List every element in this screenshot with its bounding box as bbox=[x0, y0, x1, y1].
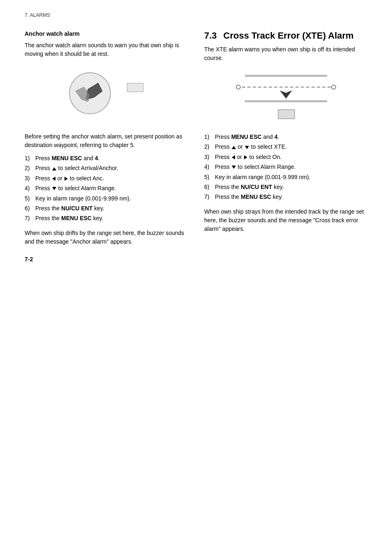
arrow-left-icon bbox=[52, 177, 55, 181]
anchor-watch-title: Anchor watch alarm bbox=[25, 30, 188, 37]
section-heading: 7.3 Cross Track Error (XTE) Alarm bbox=[204, 30, 367, 41]
page: 7. ALARMS Anchor watch alarm The anchor … bbox=[0, 0, 392, 275]
xte-arrow-right-icon bbox=[244, 155, 247, 159]
arrow-right-icon bbox=[65, 177, 68, 181]
xte-diagram-area bbox=[204, 71, 367, 124]
svg-point-8 bbox=[332, 85, 336, 89]
anchor-diagram-area bbox=[25, 67, 188, 124]
two-column-layout: Anchor watch alarm The anchor watch alar… bbox=[25, 30, 367, 250]
xte-diagram-svg bbox=[233, 71, 339, 124]
xte-step-1: 1) Press MENU ESC and 4. bbox=[204, 132, 367, 141]
page-footer: 7-2 bbox=[25, 256, 33, 263]
anchor-step-5: 5) Key in alarm range (0.001-9.999 nm). bbox=[25, 194, 188, 203]
anchor-step-2: 2) Press to select Arrival/Anchor. bbox=[25, 164, 188, 173]
svg-rect-5 bbox=[245, 100, 327, 102]
page-header: 7. ALARMS bbox=[25, 12, 367, 18]
svg-point-7 bbox=[236, 85, 240, 89]
left-column: Anchor watch alarm The anchor watch alar… bbox=[25, 30, 188, 250]
xte-arrow-down-icon bbox=[245, 146, 249, 149]
xte-diagram bbox=[233, 71, 339, 124]
svg-rect-10 bbox=[278, 110, 295, 119]
anchor-after-text: When own ship drifts by the range set he… bbox=[25, 229, 188, 246]
xte-arrow-down2-icon bbox=[232, 166, 236, 169]
anchor-step-6: 6) Press the NU/CU ENT key. bbox=[25, 204, 188, 213]
xte-step-5: 5) Key in alarm range (0.001-9.999 nm). bbox=[204, 173, 367, 182]
anchor-diagram-rect bbox=[127, 83, 143, 92]
xte-step-4: 4) Press to select Alarm Range. bbox=[204, 162, 367, 171]
xte-step-7: 7) Press the MENU ESC key. bbox=[204, 192, 367, 201]
xte-arrow-left-icon bbox=[232, 155, 235, 159]
right-column: 7.3 Cross Track Error (XTE) Alarm The XT… bbox=[204, 30, 367, 250]
xte-arrow-up-icon bbox=[232, 146, 236, 149]
anchor-step-3: 3) Press or to select Anc. bbox=[25, 174, 188, 183]
svg-marker-9 bbox=[280, 90, 292, 99]
anchor-steps-list: 1) Press MENU ESC and 4. 2) Press to sel… bbox=[25, 154, 188, 223]
xte-step-2: 2) Press or to select XTE. bbox=[204, 142, 367, 151]
arrow-up-icon bbox=[52, 167, 56, 170]
anchor-intro-text: The anchor watch alarm sounds to warn yo… bbox=[25, 41, 188, 58]
arrow-down-icon bbox=[52, 187, 56, 190]
xte-steps-list: 1) Press MENU ESC and 4. 2) Press or to … bbox=[204, 132, 367, 202]
section-number: 7.3 bbox=[204, 30, 217, 41]
xte-after-text: When own ship strays from the intended t… bbox=[204, 207, 367, 233]
anchor-step-7: 7) Press the MENU ESC key. bbox=[25, 214, 188, 223]
svg-rect-4 bbox=[245, 75, 327, 77]
anchor-diagram bbox=[65, 67, 148, 124]
xte-intro-text: The XTE alarm warns you when own ship is… bbox=[204, 45, 367, 62]
anchor-diagram-svg bbox=[65, 67, 119, 120]
section-title: Cross Track Error (XTE) Alarm bbox=[224, 30, 354, 41]
xte-step-3: 3) Press or to select On. bbox=[204, 152, 367, 161]
xte-step-6: 6) Press the NU/CU ENT key. bbox=[204, 182, 367, 191]
anchor-before-text: Before setting the anchor watch alarm, s… bbox=[25, 132, 188, 150]
anchor-step-4: 4) Press to select Alarm Range. bbox=[25, 184, 188, 193]
anchor-step-1: 1) Press MENU ESC and 4. bbox=[25, 154, 188, 163]
